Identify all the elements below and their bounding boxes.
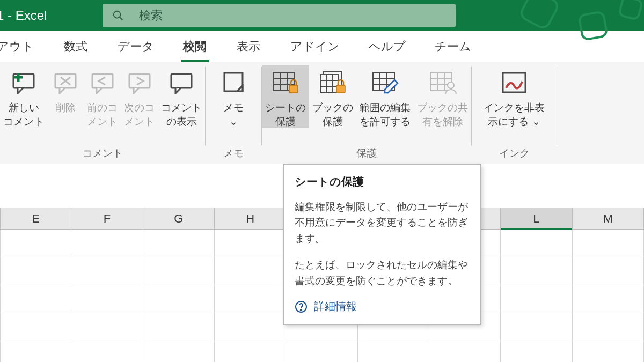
- column-header[interactable]: F: [71, 208, 143, 229]
- hide-ink-button[interactable]: インクを非表 示にする ⌄: [480, 65, 548, 128]
- tab-formulas[interactable]: 数式: [62, 39, 90, 55]
- tooltip-more-label: 詳細情報: [314, 299, 357, 314]
- delete-comment-button: 削除: [47, 65, 84, 115]
- column-header[interactable]: M: [573, 208, 644, 229]
- decoration-icon: [577, 10, 609, 41]
- search-icon: [112, 10, 124, 21]
- svg-point-0: [114, 11, 121, 18]
- tooltip-body: 編集権限を制限して、他のユーザーが不用意にデータを変更することを防ぎます。: [295, 199, 470, 246]
- svg-line-1: [120, 17, 123, 20]
- notes-menu-button[interactable]: メモ ⌄: [215, 65, 252, 128]
- tab-help[interactable]: ヘルプ: [367, 39, 408, 55]
- new-comment-icon: [9, 68, 39, 98]
- new-comment-button[interactable]: 新しい コメント: [0, 65, 47, 128]
- prev-comment-icon: [87, 68, 118, 98]
- column-header-selected[interactable]: L: [501, 208, 572, 229]
- protect-sheet-icon: [270, 68, 301, 98]
- tooltip-title: シートの保護: [295, 174, 470, 189]
- group-label-protect: 保護: [262, 146, 471, 164]
- screen-tip: シートの保護 編集権限を制限して、他のユーザーが不用意にデータを変更することを防…: [283, 164, 481, 325]
- protect-workbook-button[interactable]: ブックの 保護: [309, 65, 356, 128]
- tab-team[interactable]: チーム: [433, 39, 473, 55]
- ribbon-separator: [557, 67, 557, 145]
- button-label: ブックの共 有を解除: [417, 101, 468, 128]
- decoration-icon: [618, 0, 644, 21]
- tab-view[interactable]: 表示: [235, 39, 262, 55]
- group-label-ink: インク: [480, 146, 548, 164]
- search-placeholder: 検索: [139, 8, 163, 24]
- svg-point-38: [301, 309, 302, 310]
- protect-workbook-icon: [318, 68, 348, 98]
- help-icon: [295, 300, 308, 313]
- tab-addins[interactable]: アドイン: [288, 39, 342, 55]
- svg-rect-8: [92, 74, 113, 88]
- search-box[interactable]: 検索: [103, 4, 456, 27]
- button-label: 前のコ メント: [87, 101, 118, 128]
- svg-rect-9: [129, 74, 150, 88]
- button-label: コメント の表示: [161, 101, 202, 128]
- notes-icon: [218, 68, 248, 98]
- next-comment-button: 次のコ メント: [121, 65, 158, 128]
- svg-point-35: [448, 82, 454, 88]
- button-label: 削除: [55, 101, 76, 115]
- unshare-workbook-icon: [428, 68, 458, 98]
- ink-icon: [499, 68, 529, 98]
- tooltip-body: たとえば、ロックされたセルの編集や書式の変更を防ぐことができます。: [295, 257, 470, 289]
- next-comment-icon: [125, 68, 155, 98]
- button-label: 新しい コメント: [3, 101, 44, 128]
- ribbon: 新しい コメント 削除 前のコ メント 次のコ メント: [0, 62, 644, 164]
- svg-rect-19: [320, 75, 339, 93]
- group-label-comments: コメント: [0, 146, 205, 164]
- group-label-notes: メモ: [215, 146, 252, 164]
- title-bar: x1 - Excel 検索: [0, 0, 644, 31]
- svg-rect-10: [171, 74, 192, 88]
- button-label: シートの 保護: [265, 101, 306, 128]
- protect-sheet-button[interactable]: シートの 保護: [262, 65, 309, 128]
- column-header[interactable]: E: [0, 208, 71, 229]
- svg-rect-24: [336, 85, 345, 93]
- button-label: 次のコ メント: [124, 101, 155, 128]
- decoration-icon: [517, 0, 561, 32]
- column-header[interactable]: H: [215, 208, 286, 229]
- tooltip-more-info-link[interactable]: 詳細情報: [295, 299, 470, 314]
- tab-layout[interactable]: アウト: [0, 39, 36, 55]
- allow-edit-ranges-icon: [370, 68, 400, 98]
- tab-data[interactable]: データ: [115, 39, 156, 55]
- button-label: インクを非表 示にする ⌄: [484, 101, 545, 128]
- button-label: メモ ⌄: [223, 101, 244, 128]
- button-label: ブックの 保護: [312, 101, 353, 128]
- unshare-workbook-button: ブックの共 有を解除: [414, 65, 471, 128]
- ribbon-tabs: アウト 数式 データ 校閲 表示 アドイン ヘルプ チーム: [0, 31, 644, 62]
- column-header[interactable]: G: [143, 208, 215, 229]
- button-label: 範囲の編集 を許可する: [360, 101, 411, 128]
- prev-comment-button: 前のコ メント: [84, 65, 121, 128]
- allow-edit-ranges-button[interactable]: 範囲の編集 を許可する: [356, 65, 414, 128]
- delete-comment-icon: [50, 68, 80, 98]
- app-title: x1 - Excel: [0, 8, 47, 23]
- svg-rect-17: [289, 85, 298, 93]
- show-comments-icon: [166, 68, 196, 98]
- show-comments-button[interactable]: コメント の表示: [158, 65, 205, 128]
- tab-review[interactable]: 校閲: [181, 39, 209, 55]
